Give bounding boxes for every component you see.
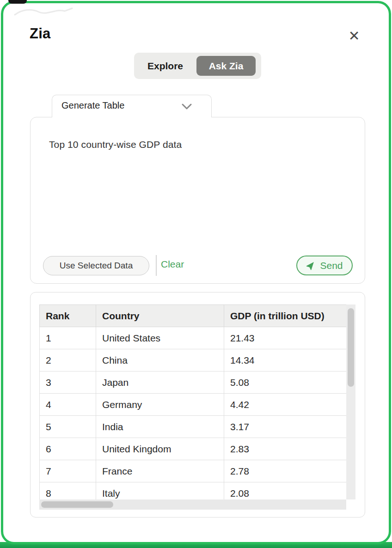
prompt-panel: Top 10 country-wise GDP data Use Selecte… <box>30 117 365 284</box>
table-cell: 8 <box>40 482 96 500</box>
page-title: Zia <box>30 25 50 42</box>
clipped-background-shape <box>8 0 27 4</box>
zia-dialog: Zia ✕ Explore Ask Zia Generate Table Top… <box>0 0 392 548</box>
horizontal-scrollbar[interactable] <box>39 499 346 510</box>
table-viewport: RankCountryGDP (in trillion USD) 1United… <box>39 304 346 499</box>
prompt-input[interactable]: Top 10 country-wise GDP data <box>49 139 182 150</box>
vertical-scrollbar-thumb[interactable] <box>348 308 354 387</box>
table-cell: 3 <box>40 371 96 394</box>
table-row: 3Japan5.08 <box>40 371 347 394</box>
dropdown-selected-label: Generate Table <box>61 100 182 113</box>
table-cell: United States <box>96 327 224 349</box>
mode-toggle: Explore Ask Zia <box>134 53 261 79</box>
chevron-down-icon <box>182 104 192 110</box>
send-icon <box>304 258 318 272</box>
gdp-table: RankCountryGDP (in trillion USD) 1United… <box>39 304 346 499</box>
table-cell: 2.08 <box>224 482 347 500</box>
table-row: 1United States21.43 <box>40 327 347 349</box>
send-button[interactable]: Send <box>296 256 353 275</box>
table-cell: 21.43 <box>224 327 347 349</box>
table-cell: Italy <box>96 482 224 500</box>
table-cell: Japan <box>96 371 224 394</box>
table-row: 4Germany4.42 <box>40 394 347 416</box>
table-cell: 6 <box>40 438 96 460</box>
close-button[interactable]: ✕ <box>345 27 363 45</box>
table-header-row: RankCountryGDP (in trillion USD) <box>40 305 347 327</box>
table-cell: India <box>96 416 224 438</box>
table-cell: 4.42 <box>224 394 347 416</box>
table-cell: 2.78 <box>224 460 347 482</box>
horizontal-scrollbar-thumb[interactable] <box>41 501 113 508</box>
table-cell: Germany <box>96 394 224 416</box>
divider <box>156 255 157 276</box>
table-cell: 1 <box>40 327 96 349</box>
table-row: 8Italy2.08 <box>40 482 347 500</box>
table-row: 6United Kingdom2.83 <box>40 438 347 460</box>
table-row: 7France2.78 <box>40 460 347 482</box>
table-cell: 7 <box>40 460 96 482</box>
tab-explore[interactable]: Explore <box>134 61 196 72</box>
table-cell: 14.34 <box>224 349 347 371</box>
tab-ask-zia[interactable]: Ask Zia <box>196 56 256 76</box>
table-cell: 4 <box>40 394 96 416</box>
use-selected-data-button[interactable]: Use Selected Data <box>43 256 149 275</box>
generate-table-dropdown[interactable]: Generate Table <box>52 95 212 117</box>
table-cell: 2 <box>40 349 96 371</box>
table-cell: 5 <box>40 416 96 438</box>
send-label: Send <box>320 260 343 271</box>
scrollbar-corner <box>346 499 355 510</box>
table-cell: China <box>96 349 224 371</box>
table-cell: 5.08 <box>224 371 347 394</box>
table-row: 2China14.34 <box>40 349 347 371</box>
table-cell: 2.83 <box>224 438 347 460</box>
close-icon: ✕ <box>348 28 360 43</box>
table-cell: United Kingdom <box>96 438 224 460</box>
table-cell: 3.17 <box>224 416 347 438</box>
table-cell: France <box>96 460 224 482</box>
artifact-scribble <box>13 6 82 18</box>
column-header: Rank <box>40 305 96 327</box>
table-row: 5India3.17 <box>40 416 347 438</box>
vertical-scrollbar[interactable] <box>346 304 355 499</box>
column-header: Country <box>96 305 224 327</box>
result-table-card: RankCountryGDP (in trillion USD) 1United… <box>30 292 365 518</box>
column-header: GDP (in trillion USD) <box>224 305 347 327</box>
clear-button[interactable]: Clear <box>161 259 184 270</box>
